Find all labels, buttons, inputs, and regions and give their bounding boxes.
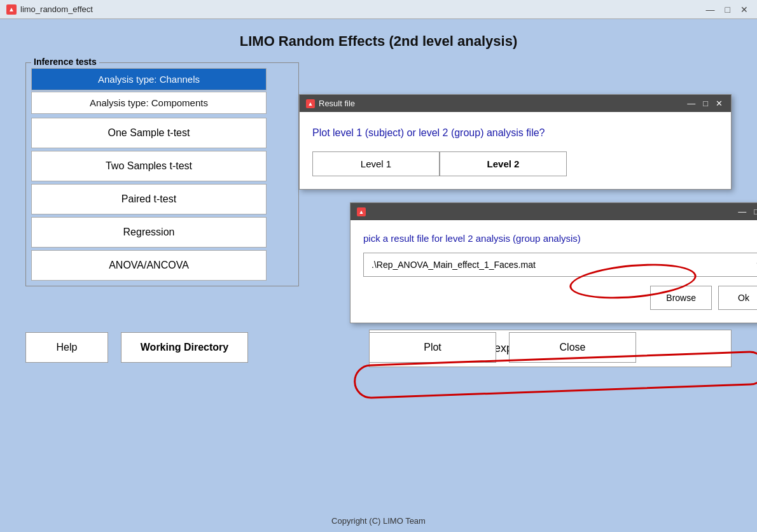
analysis-type-channels[interactable]: Analysis type: Channels bbox=[31, 68, 267, 90]
result-dialog-button-row: Level 1 Level 2 bbox=[312, 151, 718, 176]
minimize-button[interactable]: — bbox=[704, 4, 718, 15]
result-dialog-body: Plot level 1 (subject) or level 2 (group… bbox=[300, 112, 731, 189]
file-picker-controls: — □ ✕ bbox=[736, 207, 757, 216]
title-bar: ▲ limo_random_effect — □ ✕ bbox=[0, 0, 757, 19]
file-select-row: .\Rep_ANOVA_Main_effect_1_Faces.mat ▼ bbox=[363, 253, 757, 277]
file-select[interactable]: .\Rep_ANOVA_Main_effect_1_Faces.mat bbox=[363, 253, 757, 277]
file-picker-body: pick a result file for level 2 analysis … bbox=[351, 220, 757, 323]
level2-button[interactable]: Level 2 bbox=[440, 151, 567, 176]
copyright-text: Copyright (C) LIMO Team bbox=[0, 516, 757, 526]
result-dialog-title: Result file bbox=[319, 99, 355, 108]
browse-button[interactable]: Browse bbox=[650, 286, 712, 310]
result-dialog-maximize[interactable]: □ bbox=[701, 99, 710, 108]
file-picker-titlebar: ▲ — □ ✕ bbox=[351, 203, 757, 220]
inference-tests-label: Inference tests bbox=[31, 57, 99, 67]
bottom-buttons-row: Help Working Directory bbox=[25, 332, 248, 363]
inference-tests-section: Inference tests Analysis type: Channels … bbox=[25, 62, 299, 286]
plot-button[interactable]: Plot bbox=[369, 332, 496, 363]
test-buttons-group: One Sample t-test Two Samples t-test Pai… bbox=[31, 118, 267, 281]
help-button[interactable]: Help bbox=[25, 332, 108, 363]
one-sample-ttest-button[interactable]: One Sample t-test bbox=[31, 118, 267, 148]
window-controls: — □ ✕ bbox=[704, 4, 751, 15]
page-title: LIMO Random Effects (2nd level analysis) bbox=[240, 33, 517, 49]
two-samples-ttest-button[interactable]: Two Samples t-test bbox=[31, 151, 267, 181]
working-directory-button[interactable]: Working Directory bbox=[121, 332, 248, 363]
result-dialog-controls: — □ ✕ bbox=[685, 99, 725, 108]
file-picker-minimize[interactable]: — bbox=[736, 207, 748, 216]
app-icon: ▲ bbox=[6, 4, 17, 15]
result-dialog-close[interactable]: ✕ bbox=[714, 99, 725, 108]
maximize-button[interactable]: □ bbox=[723, 4, 733, 15]
file-picker-dialog: ▲ — □ ✕ pick a result file for level 2 a… bbox=[350, 202, 757, 323]
level1-button[interactable]: Level 1 bbox=[312, 151, 440, 176]
close-button[interactable]: ✕ bbox=[738, 4, 751, 15]
window-title: limo_random_effect bbox=[20, 4, 93, 14]
file-picker-icon: ▲ bbox=[357, 207, 366, 216]
anova-ancova-button[interactable]: ANOVA/ANCOVA bbox=[31, 250, 267, 281]
result-dialog-icon: ▲ bbox=[306, 99, 315, 108]
close-button-main[interactable]: Close bbox=[509, 332, 636, 363]
result-dialog-minimize[interactable]: — bbox=[685, 99, 697, 108]
file-picker-maximize[interactable]: □ bbox=[752, 207, 757, 216]
file-action-buttons: Browse Ok bbox=[363, 286, 757, 310]
file-picker-label: pick a result file for level 2 analysis … bbox=[363, 233, 757, 244]
result-dialog-question: Plot level 1 (subject) or level 2 (group… bbox=[312, 127, 718, 139]
result-file-dialog-titlebar: ▲ Result file — □ ✕ bbox=[300, 95, 731, 112]
regression-button[interactable]: Regression bbox=[31, 217, 267, 248]
analysis-type-components[interactable]: Analysis type: Compoments bbox=[31, 92, 267, 114]
result-file-dialog: ▲ Result file — □ ✕ Plot level 1 (subjec… bbox=[299, 94, 732, 190]
paired-ttest-button[interactable]: Paired t-test bbox=[31, 184, 267, 214]
ok-button[interactable]: Ok bbox=[718, 286, 757, 310]
analysis-type-list: Analysis type: Channels Analysis type: C… bbox=[31, 68, 267, 114]
plot-close-row: Plot Close bbox=[369, 332, 636, 363]
